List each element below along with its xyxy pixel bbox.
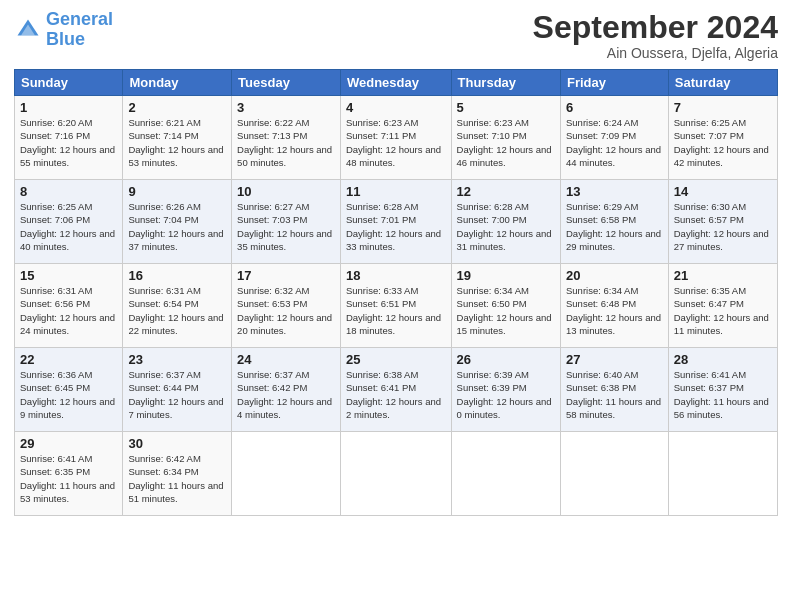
calendar-cell bbox=[560, 432, 668, 516]
day-number: 1 bbox=[20, 100, 117, 115]
logo-line2: Blue bbox=[46, 30, 113, 50]
day-info: Sunrise: 6:28 AMSunset: 7:01 PMDaylight:… bbox=[346, 200, 446, 253]
day-info: Sunrise: 6:41 AMSunset: 6:35 PMDaylight:… bbox=[20, 452, 117, 505]
calendar-cell: 7Sunrise: 6:25 AMSunset: 7:07 PMDaylight… bbox=[668, 96, 777, 180]
calendar-cell: 11Sunrise: 6:28 AMSunset: 7:01 PMDayligh… bbox=[340, 180, 451, 264]
day-info: Sunrise: 6:42 AMSunset: 6:34 PMDaylight:… bbox=[128, 452, 226, 505]
day-number: 28 bbox=[674, 352, 772, 367]
day-info: Sunrise: 6:20 AMSunset: 7:16 PMDaylight:… bbox=[20, 116, 117, 169]
day-number: 11 bbox=[346, 184, 446, 199]
day-number: 26 bbox=[457, 352, 555, 367]
day-number: 30 bbox=[128, 436, 226, 451]
calendar-cell: 25Sunrise: 6:38 AMSunset: 6:41 PMDayligh… bbox=[340, 348, 451, 432]
day-number: 29 bbox=[20, 436, 117, 451]
logo-line1: General bbox=[46, 9, 113, 29]
header: General Blue September 2024 Ain Oussera,… bbox=[14, 10, 778, 61]
day-info: Sunrise: 6:39 AMSunset: 6:39 PMDaylight:… bbox=[457, 368, 555, 421]
month-title: September 2024 bbox=[533, 10, 778, 45]
calendar-week-row: 22Sunrise: 6:36 AMSunset: 6:45 PMDayligh… bbox=[15, 348, 778, 432]
calendar-cell: 8Sunrise: 6:25 AMSunset: 7:06 PMDaylight… bbox=[15, 180, 123, 264]
calendar-week-row: 15Sunrise: 6:31 AMSunset: 6:56 PMDayligh… bbox=[15, 264, 778, 348]
day-info: Sunrise: 6:40 AMSunset: 6:38 PMDaylight:… bbox=[566, 368, 663, 421]
day-info: Sunrise: 6:36 AMSunset: 6:45 PMDaylight:… bbox=[20, 368, 117, 421]
day-number: 18 bbox=[346, 268, 446, 283]
calendar-week-row: 1Sunrise: 6:20 AMSunset: 7:16 PMDaylight… bbox=[15, 96, 778, 180]
day-info: Sunrise: 6:41 AMSunset: 6:37 PMDaylight:… bbox=[674, 368, 772, 421]
day-number: 27 bbox=[566, 352, 663, 367]
calendar-cell: 16Sunrise: 6:31 AMSunset: 6:54 PMDayligh… bbox=[123, 264, 232, 348]
day-number: 5 bbox=[457, 100, 555, 115]
calendar-cell: 13Sunrise: 6:29 AMSunset: 6:58 PMDayligh… bbox=[560, 180, 668, 264]
day-info: Sunrise: 6:21 AMSunset: 7:14 PMDaylight:… bbox=[128, 116, 226, 169]
calendar-cell: 4Sunrise: 6:23 AMSunset: 7:11 PMDaylight… bbox=[340, 96, 451, 180]
day-number: 22 bbox=[20, 352, 117, 367]
day-info: Sunrise: 6:25 AMSunset: 7:07 PMDaylight:… bbox=[674, 116, 772, 169]
calendar-header-cell: Monday bbox=[123, 70, 232, 96]
calendar: SundayMondayTuesdayWednesdayThursdayFrid… bbox=[14, 69, 778, 516]
day-info: Sunrise: 6:33 AMSunset: 6:51 PMDaylight:… bbox=[346, 284, 446, 337]
day-number: 20 bbox=[566, 268, 663, 283]
calendar-cell: 19Sunrise: 6:34 AMSunset: 6:50 PMDayligh… bbox=[451, 264, 560, 348]
calendar-cell: 12Sunrise: 6:28 AMSunset: 7:00 PMDayligh… bbox=[451, 180, 560, 264]
day-info: Sunrise: 6:35 AMSunset: 6:47 PMDaylight:… bbox=[674, 284, 772, 337]
day-number: 23 bbox=[128, 352, 226, 367]
day-number: 2 bbox=[128, 100, 226, 115]
day-info: Sunrise: 6:25 AMSunset: 7:06 PMDaylight:… bbox=[20, 200, 117, 253]
calendar-cell: 26Sunrise: 6:39 AMSunset: 6:39 PMDayligh… bbox=[451, 348, 560, 432]
calendar-cell: 22Sunrise: 6:36 AMSunset: 6:45 PMDayligh… bbox=[15, 348, 123, 432]
day-info: Sunrise: 6:30 AMSunset: 6:57 PMDaylight:… bbox=[674, 200, 772, 253]
calendar-cell: 14Sunrise: 6:30 AMSunset: 6:57 PMDayligh… bbox=[668, 180, 777, 264]
day-info: Sunrise: 6:34 AMSunset: 6:48 PMDaylight:… bbox=[566, 284, 663, 337]
calendar-cell bbox=[451, 432, 560, 516]
day-info: Sunrise: 6:37 AMSunset: 6:44 PMDaylight:… bbox=[128, 368, 226, 421]
calendar-cell: 2Sunrise: 6:21 AMSunset: 7:14 PMDaylight… bbox=[123, 96, 232, 180]
calendar-body: 1Sunrise: 6:20 AMSunset: 7:16 PMDaylight… bbox=[15, 96, 778, 516]
calendar-week-row: 29Sunrise: 6:41 AMSunset: 6:35 PMDayligh… bbox=[15, 432, 778, 516]
calendar-header-cell: Thursday bbox=[451, 70, 560, 96]
day-info: Sunrise: 6:31 AMSunset: 6:56 PMDaylight:… bbox=[20, 284, 117, 337]
calendar-cell: 9Sunrise: 6:26 AMSunset: 7:04 PMDaylight… bbox=[123, 180, 232, 264]
day-number: 7 bbox=[674, 100, 772, 115]
day-number: 21 bbox=[674, 268, 772, 283]
calendar-cell bbox=[668, 432, 777, 516]
calendar-header-cell: Friday bbox=[560, 70, 668, 96]
logo: General Blue bbox=[14, 10, 113, 50]
calendar-cell: 27Sunrise: 6:40 AMSunset: 6:38 PMDayligh… bbox=[560, 348, 668, 432]
calendar-cell: 17Sunrise: 6:32 AMSunset: 6:53 PMDayligh… bbox=[232, 264, 341, 348]
page-container: General Blue September 2024 Ain Oussera,… bbox=[0, 0, 792, 526]
day-number: 17 bbox=[237, 268, 335, 283]
calendar-cell: 15Sunrise: 6:31 AMSunset: 6:56 PMDayligh… bbox=[15, 264, 123, 348]
calendar-header-cell: Tuesday bbox=[232, 70, 341, 96]
calendar-cell: 28Sunrise: 6:41 AMSunset: 6:37 PMDayligh… bbox=[668, 348, 777, 432]
day-info: Sunrise: 6:26 AMSunset: 7:04 PMDaylight:… bbox=[128, 200, 226, 253]
calendar-cell bbox=[232, 432, 341, 516]
day-number: 4 bbox=[346, 100, 446, 115]
calendar-cell: 10Sunrise: 6:27 AMSunset: 7:03 PMDayligh… bbox=[232, 180, 341, 264]
day-info: Sunrise: 6:22 AMSunset: 7:13 PMDaylight:… bbox=[237, 116, 335, 169]
day-number: 10 bbox=[237, 184, 335, 199]
day-number: 6 bbox=[566, 100, 663, 115]
day-info: Sunrise: 6:28 AMSunset: 7:00 PMDaylight:… bbox=[457, 200, 555, 253]
day-number: 19 bbox=[457, 268, 555, 283]
day-info: Sunrise: 6:23 AMSunset: 7:11 PMDaylight:… bbox=[346, 116, 446, 169]
day-number: 14 bbox=[674, 184, 772, 199]
calendar-week-row: 8Sunrise: 6:25 AMSunset: 7:06 PMDaylight… bbox=[15, 180, 778, 264]
calendar-cell: 29Sunrise: 6:41 AMSunset: 6:35 PMDayligh… bbox=[15, 432, 123, 516]
calendar-cell bbox=[340, 432, 451, 516]
calendar-cell: 5Sunrise: 6:23 AMSunset: 7:10 PMDaylight… bbox=[451, 96, 560, 180]
day-number: 12 bbox=[457, 184, 555, 199]
day-info: Sunrise: 6:32 AMSunset: 6:53 PMDaylight:… bbox=[237, 284, 335, 337]
calendar-cell: 1Sunrise: 6:20 AMSunset: 7:16 PMDaylight… bbox=[15, 96, 123, 180]
day-number: 8 bbox=[20, 184, 117, 199]
calendar-header-cell: Sunday bbox=[15, 70, 123, 96]
calendar-cell: 6Sunrise: 6:24 AMSunset: 7:09 PMDaylight… bbox=[560, 96, 668, 180]
day-number: 16 bbox=[128, 268, 226, 283]
day-number: 9 bbox=[128, 184, 226, 199]
day-info: Sunrise: 6:38 AMSunset: 6:41 PMDaylight:… bbox=[346, 368, 446, 421]
calendar-cell: 23Sunrise: 6:37 AMSunset: 6:44 PMDayligh… bbox=[123, 348, 232, 432]
calendar-header-cell: Wednesday bbox=[340, 70, 451, 96]
calendar-cell: 21Sunrise: 6:35 AMSunset: 6:47 PMDayligh… bbox=[668, 264, 777, 348]
calendar-cell: 24Sunrise: 6:37 AMSunset: 6:42 PMDayligh… bbox=[232, 348, 341, 432]
calendar-header-row: SundayMondayTuesdayWednesdayThursdayFrid… bbox=[15, 70, 778, 96]
day-info: Sunrise: 6:23 AMSunset: 7:10 PMDaylight:… bbox=[457, 116, 555, 169]
